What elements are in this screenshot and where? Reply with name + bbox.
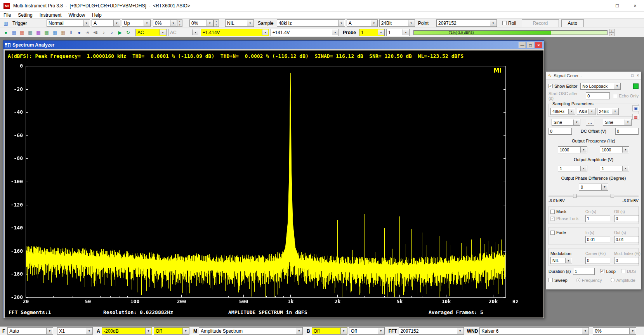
- trigger-source-select[interactable]: A: [92, 19, 120, 27]
- spectrum-restore-button[interactable]: □: [527, 42, 534, 48]
- probe-a-select[interactable]: 1: [359, 29, 385, 36]
- level-a-slider-handle[interactable]: [573, 194, 576, 198]
- trigger-edge-select[interactable]: Up: [122, 19, 151, 27]
- waveform-editor-button[interactable]: ...: [586, 119, 594, 126]
- menu-setting[interactable]: Setting: [14, 12, 36, 18]
- sync-settings-icon[interactable]: ▦: [632, 114, 639, 120]
- duration-input[interactable]: 1: [573, 268, 595, 275]
- spin-down-icon[interactable]: ▼: [214, 23, 219, 27]
- spectrum-window-titlebar[interactable]: Spectrum Analyzer — □ ×: [3, 41, 544, 49]
- start-osc-input[interactable]: 0: [586, 92, 610, 99]
- sweep-frequency-radio[interactable]: Frequency: [576, 278, 602, 283]
- freq-axis-select[interactable]: Auto: [7, 327, 53, 335]
- font-increase-icon[interactable]: +B: [92, 31, 99, 35]
- x-zoom-select[interactable]: X1: [57, 327, 93, 335]
- trigger-delay-spinner[interactable]: ▲▼: [214, 19, 219, 27]
- bit-depth-select[interactable]: 24Bit: [379, 19, 415, 27]
- close-button[interactable]: ×: [626, 0, 644, 11]
- show-editor-checkbox[interactable]: Show Editor: [549, 84, 577, 89]
- signal-generator-titlebar[interactable]: ∿ Signal Gener... — □ ×: [546, 72, 641, 80]
- gen-bit-depth-select[interactable]: 24Bit: [597, 108, 619, 115]
- play-icon[interactable]: ▶: [116, 30, 123, 35]
- dc-offset-a-input[interactable]: 0: [549, 128, 572, 135]
- save-waveform-icon[interactable]: ▣: [632, 105, 639, 111]
- carrier-input[interactable]: 0: [585, 257, 610, 264]
- mask-checkbox[interactable]: Mask: [550, 209, 584, 214]
- siggen-maximize-button[interactable]: □: [631, 73, 634, 78]
- sample-channel-select[interactable]: A: [347, 19, 378, 27]
- fade-checkbox[interactable]: Fade: [550, 230, 584, 235]
- a-range-select[interactable]: -200dB: [102, 327, 152, 335]
- probe-b-select[interactable]: 1: [386, 29, 410, 36]
- gen-channels-select[interactable]: A&B: [577, 108, 595, 115]
- lock-icon[interactable]: ●: [76, 30, 83, 35]
- spin-up-icon[interactable]: ▲: [214, 19, 219, 23]
- run-icon[interactable]: ●: [2, 30, 9, 35]
- siggen-close-button[interactable]: ×: [637, 73, 639, 78]
- spin-up-icon[interactable]: ▲: [177, 19, 182, 23]
- output-indicator[interactable]: [633, 83, 639, 89]
- frequency-b-select[interactable]: 1000: [600, 146, 629, 153]
- menu-window[interactable]: Window: [65, 12, 89, 18]
- amplitude-a-select[interactable]: 1: [558, 165, 587, 172]
- menu-instrument[interactable]: Instrument: [36, 12, 65, 18]
- channel-b-coupling-select[interactable]: AC: [168, 29, 199, 36]
- record-button[interactable]: Record: [522, 19, 559, 27]
- font-decrease-icon[interactable]: -A: [84, 31, 91, 35]
- speaker-icon[interactable]: ♪: [108, 30, 115, 35]
- window-function-select[interactable]: Kaiser 6: [479, 327, 589, 335]
- mute-icon[interactable]: ♪: [100, 30, 107, 35]
- trigger-delay-select[interactable]: 0%: [189, 19, 214, 27]
- channel-a-coupling-select[interactable]: AC: [135, 29, 167, 36]
- spin-down-icon[interactable]: ▼: [609, 33, 614, 36]
- point-count-select[interactable]: 2097152: [436, 19, 497, 27]
- minimize-button[interactable]: —: [590, 0, 608, 11]
- phase-lock-checkbox[interactable]: Phase Lock: [550, 216, 584, 221]
- fade-in-input[interactable]: 0.01: [585, 236, 610, 243]
- echo-only-checkbox[interactable]: Echo Only: [613, 94, 639, 98]
- spectrum-analyzer-icon[interactable]: ▦: [19, 30, 26, 35]
- spectrum-plot[interactable]: [5, 61, 542, 308]
- fft-size-select[interactable]: 2097152: [399, 327, 464, 335]
- sweep-checkbox[interactable]: Sweep: [549, 278, 568, 283]
- spectrum-mode-select[interactable]: Amplitude Spectrum: [199, 327, 303, 335]
- amplitude-b-select[interactable]: 1: [600, 165, 629, 172]
- sample-rate-select[interactable]: 48kHz: [277, 19, 345, 27]
- data-logger-icon[interactable]: ▦: [43, 30, 50, 35]
- menu-help[interactable]: Help: [89, 12, 105, 18]
- frequency-a-select[interactable]: 1000: [558, 146, 587, 153]
- multimeter-icon[interactable]: ▦: [27, 30, 34, 35]
- dc-offset-b-input[interactable]: 0: [615, 128, 639, 135]
- fade-out-input[interactable]: 0.01: [614, 236, 639, 243]
- oscilloscope-icon[interactable]: ▦: [10, 30, 17, 35]
- gen-sample-rate-select[interactable]: 48kHz: [550, 108, 575, 115]
- waveform-b-select[interactable]: Sine: [603, 119, 632, 126]
- channel-b-range-select[interactable]: ±141.4V: [271, 29, 339, 36]
- loop-checkbox[interactable]: Loop: [600, 269, 615, 274]
- trigger-mode-select[interactable]: Normal: [47, 19, 90, 27]
- spectrum-3d-plot-icon[interactable]: ▦: [35, 30, 42, 35]
- roll-checkbox[interactable]: Roll: [502, 21, 516, 26]
- modulation-type-select[interactable]: NIL: [550, 257, 572, 264]
- maximize-button[interactable]: □: [608, 0, 626, 11]
- restart-icon[interactable]: ↻: [125, 30, 132, 35]
- phase-difference-select[interactable]: 0: [579, 184, 608, 191]
- b-range-select[interactable]: Off: [312, 327, 347, 335]
- auto-button[interactable]: Auto: [561, 19, 584, 27]
- spectrum-minimize-button[interactable]: —: [519, 42, 526, 48]
- trigger-level-select[interactable]: 0%: [153, 19, 177, 27]
- mask-on-input[interactable]: 1: [585, 215, 610, 222]
- lcr-meter-icon[interactable]: ▦: [51, 30, 58, 35]
- overlap-select[interactable]: 0%: [593, 327, 636, 335]
- pause-icon[interactable]: ‖: [68, 30, 75, 35]
- a-mode-select[interactable]: Off: [154, 327, 189, 335]
- spin-up-icon[interactable]: ▲: [609, 29, 614, 33]
- spectrum-close-button[interactable]: ×: [535, 42, 542, 48]
- trigger-level-spinner[interactable]: ▲▼: [177, 19, 182, 27]
- siggen-minimize-button[interactable]: —: [624, 73, 628, 78]
- dds-checkbox[interactable]: DDS: [621, 269, 636, 274]
- level-b-slider-handle[interactable]: [611, 194, 614, 198]
- b-mode-select[interactable]: Off: [349, 327, 385, 335]
- ddp-viewer-icon[interactable]: ▦: [59, 30, 66, 35]
- channel-a-range-select[interactable]: ±1.414V: [201, 29, 269, 36]
